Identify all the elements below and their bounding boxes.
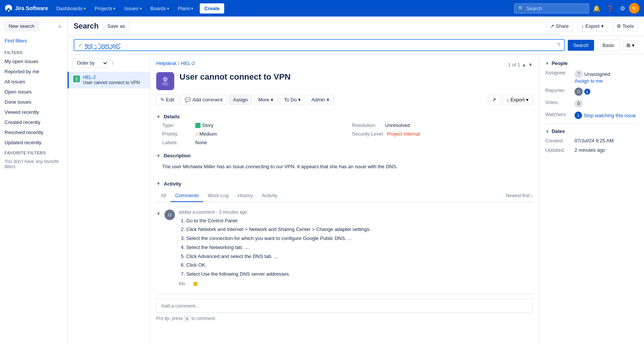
tab-history[interactable]: History [233,190,257,202]
view-toggle-button[interactable]: ⊞ ▾ [623,40,638,50]
user-avatar[interactable]: U [629,3,639,14]
activity-toggle-icon: ▼ [156,181,161,186]
sort-order-button[interactable]: Newest first ↕ [506,190,533,201]
activity-section-header[interactable]: ▼ Activity [156,178,533,190]
assignee-row: Assignee: ? Unassigned Assign to me [545,70,638,84]
chevron-down-icon: ▾ [140,6,142,11]
stop-watching-button[interactable]: Stop watching this issue [584,113,636,118]
query-help-icon[interactable]: ? [558,42,561,48]
notifications-button[interactable]: 🔔 [591,3,603,14]
tools-icon: ⚙ [617,23,621,29]
sort-direction-button[interactable]: ↑ [112,60,114,66]
prev-issue-button[interactable]: ▲ [522,62,526,68]
results-list-header: Order by ↑ [68,54,150,72]
tab-worklog[interactable]: Work Log [203,190,233,202]
pin-comment-button[interactable]: Pin [179,281,185,287]
chevron-down-icon: ▾ [327,97,329,103]
help-button[interactable]: ❓ [604,3,616,14]
breadcrumb-project[interactable]: Helpdesk [156,60,176,66]
app-logo[interactable]: Jira Software [5,4,48,12]
next-issue-button[interactable]: ▼ [528,62,533,68]
reporter-info-icon[interactable]: ℹ [584,89,590,95]
chevron-down-icon: ▾ [601,23,604,29]
sidebar-item-open-issues[interactable]: Open issues [0,87,67,97]
search-query-box[interactable]: ✓ text ~ "user vpn" ? [74,39,565,51]
settings-button[interactable]: ⚙ [618,3,627,14]
sidebar-collapse-button[interactable]: « [57,22,63,31]
issue-export-button[interactable]: ↓ Export ▾ [502,95,533,105]
more-button[interactable]: More ▾ [254,95,278,105]
nav-issues[interactable]: Issues ▾ [121,3,145,14]
svg-point-0 [8,10,9,12]
order-by-select[interactable]: Order by [72,58,109,68]
issue-header: User cannot connect to VPN [156,72,533,90]
basic-search-button[interactable]: Basic [597,39,620,51]
sidebar-item-viewed-recently[interactable]: Viewed recently [0,107,67,117]
issue-type-icon: S [73,75,80,82]
result-item[interactable]: S HEL-2 User cannot connect to VPN [68,72,150,89]
tools-button[interactable]: ⚙ Tools [612,21,638,31]
fav-filters-label: FAVORITE FILTERS [0,148,67,157]
app-name: Jira Software [15,5,48,11]
unassigned-icon: ? [575,70,583,78]
admin-button[interactable]: Admin ▾ [307,95,333,105]
details-grid: Type: Story Resolution: Unresolved Prior… [156,122,533,150]
add-comment-input[interactable]: Add a comment... [156,299,533,313]
issue-key: HEL-2 [83,75,140,80]
breadcrumb-separator: / [178,60,179,66]
assign-me-button[interactable]: Assign to me [575,78,610,84]
tab-activity[interactable]: Activity [257,190,282,202]
global-search[interactable]: 🔍 Search [514,3,589,14]
assign-button[interactable]: Assign [229,95,252,105]
new-search-button[interactable]: New search [5,21,39,31]
sidebar: New search « Find filters FILTERS My ope… [0,17,68,344]
chevron-down-icon: ▼ [545,129,549,134]
search-page-header: Search Save as ↗ Share ↓ Export ▾ ⚙ Tool… [68,17,644,36]
panel-divider [545,124,638,124]
create-button[interactable]: Create [200,3,224,14]
commenter-avatar: U [164,210,175,220]
sidebar-item-my-open-issues[interactable]: My open issues [0,56,67,66]
search-execute-button[interactable]: Search [568,40,594,51]
chevron-down-icon: ▾ [271,97,273,103]
add-comment-button[interactable]: 💬 Add comment [181,95,226,105]
edit-button[interactable]: ✎ Edit [156,95,178,105]
chevron-down-icon: ▼ [545,61,549,66]
nav-dashboards[interactable]: Dashboards ▾ [53,3,89,14]
detail-type: Type: Story [162,122,343,128]
issue-share-button[interactable]: ↗ [488,95,500,105]
nav-boards[interactable]: Boards ▾ [147,3,173,14]
description-text: The user Michaela Miller has an issue co… [156,161,533,172]
search-bar-area: ✓ text ~ "user vpn" ? Search Basic ⊞ ▾ [68,36,644,54]
sidebar-item-updated-recently[interactable]: Updated recently [0,137,67,148]
description-section-header[interactable]: ▼ Description [156,150,533,161]
save-as-button[interactable]: Save as [103,21,129,31]
issue-toolbar: ✎ Edit 💬 Add comment Assign More ▾ To Do [156,95,533,105]
comment-collapse-button[interactable]: ▼ [156,211,161,287]
tab-comments[interactable]: Comments [170,190,203,202]
breadcrumb-issue-key[interactable]: HEL-2 [181,60,195,66]
activity-section-title: Activity [164,181,181,187]
sidebar-item-created-recently[interactable]: Created recently [0,117,67,127]
created-value: 07/Jul/24 9:25 AM [575,138,614,143]
details-section-header[interactable]: ▼ Details [156,111,533,122]
export-button[interactable]: ↓ Export ▾ [578,21,608,31]
share-button[interactable]: ↗ Share [546,21,573,31]
sidebar-item-done-issues[interactable]: Done issues [0,97,67,107]
tab-all[interactable]: All [156,190,170,202]
votes-badge[interactable]: 0 [575,100,583,108]
share-icon: ↗ [550,23,554,29]
updated-value: 2 minutes ago [575,147,605,153]
description-section: ▼ Description The user Michaela Miller h… [156,150,533,178]
emoji-react-button[interactable]: 🙂 [193,281,198,287]
story-icon [195,123,201,128]
nav-projects[interactable]: Projects ▾ [91,3,119,14]
nav-plans[interactable]: Plans ▾ [174,3,197,14]
sidebar-item-resolved-recently[interactable]: Resolved recently [0,127,67,137]
status-button[interactable]: To Do ▾ [280,95,305,105]
detail-security: Security Level: Project Internal [352,131,533,137]
sidebar-item-all-issues[interactable]: All issues [0,77,67,87]
sidebar-item-reported-by-me[interactable]: Reported by me [0,66,67,77]
detail-labels: Labels: None [162,140,343,145]
find-filters-link[interactable]: Find filters [0,36,67,47]
